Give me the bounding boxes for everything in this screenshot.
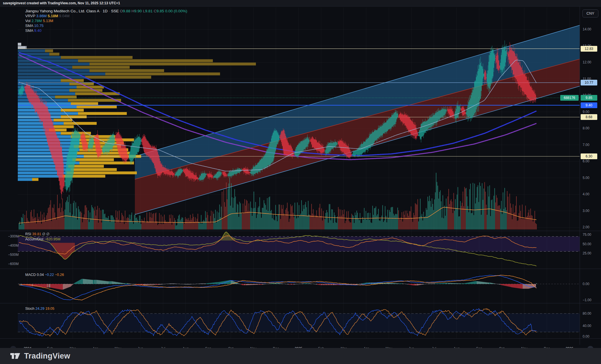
tradingview-logo-icon[interactable]: [10, 351, 21, 361]
currency-button[interactable]: CNY: [582, 9, 598, 17]
macd-signal-value: −0.26: [55, 273, 64, 277]
rsi-empty-1: ∅: [42, 232, 45, 236]
symbol-title: Jiangsu Yahong Meditech Co., Ltd. Class …: [25, 9, 99, 13]
accum-dist-pane-label[interactable]: Accum/Dist −620.95M: [25, 237, 61, 242]
countdown-label: 688176: [560, 95, 579, 101]
price-label-9.85: 9.85: [581, 95, 597, 101]
vrvp-value-3: 9.04M: [59, 14, 69, 18]
low-value: 9.81: [145, 9, 153, 13]
price-label-9.40: 9.40: [581, 102, 597, 108]
vol-value-1: 2.78M: [32, 19, 42, 23]
rsi-pane-label[interactable]: RSI 39.81 ∅ ∅: [25, 232, 49, 236]
price-tick-14: 14.00: [583, 27, 591, 32]
chart-canvas[interactable]: [0, 0, 601, 364]
bottom-toolbar: TradingView: [0, 348, 601, 364]
price-axis[interactable]: CNY 14.0013.0012.0011.0010.009.008.007.0…: [580, 6, 601, 338]
accum-dist-tick-3: −600M: [8, 262, 23, 266]
vrvp-value-1: 3.86M: [36, 14, 47, 18]
vol-value-2: 5.13M: [43, 19, 53, 23]
stoch-tick-1: 40.00: [583, 324, 591, 328]
indicator-row-sma-slow[interactable]: SMA 9.40: [25, 28, 187, 33]
price-label-10.77: 10.77: [581, 80, 597, 85]
macd-pane-label[interactable]: MACD 0.04 −0.22 −0.26: [25, 272, 64, 277]
accum-dist-value: −620.95M: [44, 237, 61, 241]
price-label-8.68: 8.68: [581, 114, 597, 120]
close-value: 9.85: [156, 9, 164, 13]
price-tick-2: 2.00: [583, 225, 589, 229]
watermark-topbar: savepiginvest created with TradingView.c…: [0, 0, 601, 6]
symbol-row[interactable]: Jiangsu Yahong Meditech Co., Ltd. Class …: [25, 9, 187, 13]
tradingview-window: savepiginvest created with TradingView.c…: [0, 0, 601, 364]
macd-line-value: −0.22: [45, 273, 54, 277]
macd-hist-value: 0.04: [37, 273, 44, 277]
indicator-row-volume[interactable]: Vol 2.78M 5.13M: [25, 18, 187, 23]
price-label-6.30: 6.30: [581, 153, 597, 159]
stoch-k-value: 24.29: [35, 307, 44, 311]
sma-fast-value: 10.75: [34, 24, 44, 28]
open-value: 9.88: [123, 9, 130, 13]
accum-dist-tick-0: −300M: [8, 234, 23, 239]
watermark-text: savepiginvest created with TradingView.c…: [3, 1, 120, 5]
price-tick-9: 9.00: [583, 110, 589, 114]
chart-legend: Jiangsu Yahong Meditech Co., Ltd. Class …: [25, 9, 187, 33]
macd-tick-0: 0.00: [583, 282, 589, 286]
change-value: 0.00 (0.00%): [165, 9, 187, 13]
tradingview-wordmark[interactable]: TradingView: [24, 352, 70, 361]
stoch-d-value: 19.05: [45, 307, 54, 311]
stoch-tick-2: 0.00: [583, 334, 589, 339]
accum-dist-tick-1: −400M: [8, 243, 23, 248]
rsi-empty-2: ∅: [46, 232, 49, 236]
price-tick-12: 12.00: [583, 60, 591, 65]
price-tick-7: 7.00: [583, 143, 589, 147]
rsi-tick-2: 25.00: [583, 251, 591, 256]
price-tick-6: 6.00: [583, 159, 589, 163]
vrvp-value-2: 5.18M: [48, 14, 58, 18]
stoch-tick-0: 80.00: [583, 311, 591, 316]
exchange: SSE: [111, 9, 119, 13]
accum-dist-tick-2: −500M: [8, 252, 23, 257]
rsi-tick-0: 75.00: [583, 232, 591, 237]
rsi-value: 39.81: [32, 232, 41, 236]
stoch-pane-label[interactable]: Stoch 24.29 19.05: [25, 306, 55, 311]
price-label-12.83: 12.83: [581, 46, 597, 52]
indicator-row-vrvp[interactable]: VRVP 3.86M 5.18M 9.04M: [25, 13, 187, 18]
price-tick-5: 5.00: [583, 176, 589, 180]
rsi-tick-1: 50.00: [583, 242, 591, 246]
price-tick-3: 3.00: [583, 209, 589, 213]
price-tick-4: 4.00: [583, 192, 589, 196]
high-value: 9.90: [134, 9, 142, 13]
timeframe: 1D: [103, 9, 108, 13]
macd-tick-1: −1.00: [583, 298, 591, 302]
price-tick-8: 8.00: [583, 126, 589, 131]
sma-slow-value: 9.40: [34, 28, 41, 33]
indicator-row-sma-fast[interactable]: SMA 10.75: [25, 23, 187, 28]
